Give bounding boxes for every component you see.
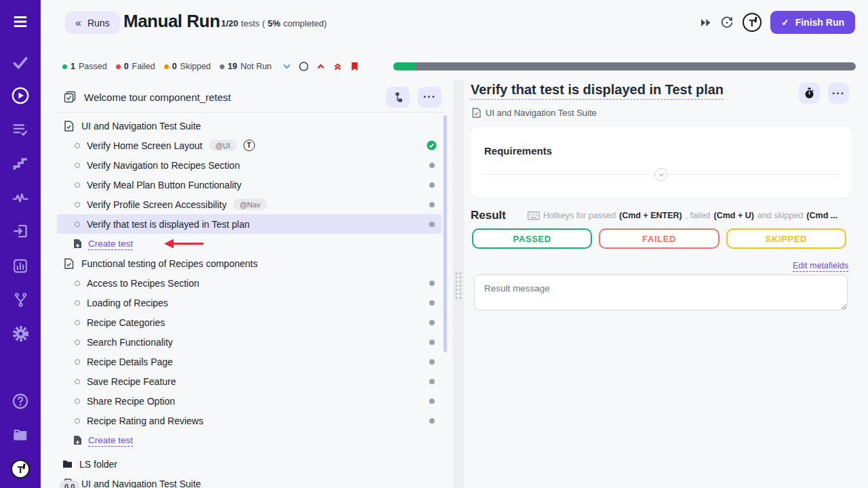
rerun-timer-icon[interactable]	[720, 16, 734, 29]
suite-row[interactable]: UI and Navigation Test Suite0.0	[57, 474, 441, 488]
completed-word: completed)	[283, 18, 327, 28]
suite-doc-icon	[64, 121, 74, 131]
suite-row[interactable]: UI and Navigation Test Suite	[57, 116, 441, 136]
tree-scrollbar[interactable]	[443, 115, 447, 352]
bookmark-filter-icon[interactable]	[348, 60, 361, 73]
test-row[interactable]: Verify Profile Screen Accessibility@Nav	[57, 195, 441, 214]
test-suite-breadcrumb[interactable]: UI and Navigation Test Suite	[486, 108, 597, 118]
tests-check-icon[interactable]	[11, 53, 30, 72]
priority-high-icon[interactable]	[314, 60, 327, 73]
drag-grip-icon	[456, 272, 462, 299]
row-label: UI and Navigation Test Suite	[81, 121, 201, 131]
stat-count: 19	[228, 62, 237, 71]
stat-label: Skipped	[180, 62, 211, 71]
skipped-button[interactable]: SKIPPED	[726, 228, 846, 249]
test-row[interactable]: Verify Navigation to Recipes Section	[57, 155, 441, 175]
steps-icon[interactable]	[11, 155, 30, 174]
test-row[interactable]: Recipe Rating and Reviews	[57, 411, 441, 430]
row-label: Verify Meal Plan Button Functionality	[87, 180, 241, 190]
branches-icon[interactable]	[11, 290, 30, 309]
chevron-down-filter-icon[interactable]	[280, 60, 293, 73]
annotation-arrow-icon	[163, 238, 205, 249]
analytics-chart-icon[interactable]	[11, 256, 30, 275]
result-buttons: PASSEDFAILEDSKIPPED	[472, 228, 846, 249]
run-stat: 1Passed	[62, 62, 107, 71]
requirements-expand-button[interactable]	[655, 168, 668, 181]
failed-button[interactable]: FAILED	[599, 228, 719, 249]
test-bullet-icon	[75, 163, 80, 168]
settings-gear-icon[interactable]	[11, 324, 30, 343]
hotkeys-mid1: , failed	[686, 211, 711, 220]
tree-more-button[interactable]: ···	[418, 87, 441, 108]
test-bullet-icon	[75, 320, 80, 325]
row-label: Verify that test is displayed in Test pl…	[87, 219, 250, 230]
test-bullet-icon	[75, 300, 80, 306]
suite-row[interactable]: Functional testing of Recipes components	[57, 253, 441, 273]
menu-icon[interactable]	[11, 12, 30, 31]
help-icon[interactable]	[11, 392, 30, 411]
header-actions: T ✓ Finish Run	[701, 9, 855, 35]
test-row[interactable]: Loading of Recipes	[57, 293, 441, 312]
test-row[interactable]: Verify that test is displayed in Test pl…	[57, 214, 441, 234]
testomat-logo[interactable]: T	[11, 460, 30, 479]
row-label[interactable]: Create test	[88, 435, 133, 445]
test-bullet-icon	[75, 340, 80, 345]
sidebar: T	[0, 0, 41, 488]
projects-folder-icon[interactable]	[11, 426, 30, 445]
tree-separator	[57, 112, 444, 113]
result-message-input[interactable]	[474, 274, 848, 310]
test-title[interactable]: Verify that test is displayed in Test pl…	[471, 82, 724, 98]
test-row[interactable]: Verify Meal Plan Button Functionality	[57, 175, 441, 195]
test-row[interactable]: Recipe Details Page	[57, 352, 441, 371]
tree-header: Welcome tour component_retest ···	[57, 84, 441, 110]
folder-row[interactable]: LS folder	[57, 454, 441, 474]
fast-forward-icon[interactable]	[701, 18, 711, 27]
back-label: Runs	[87, 18, 110, 28]
run-progress-summary: 1/20 tests ( 5% completed)	[221, 18, 327, 28]
test-row[interactable]: Access to Recipes Section	[57, 273, 441, 293]
finish-run-button[interactable]: ✓ Finish Run	[770, 11, 855, 34]
timer-button[interactable]	[799, 83, 820, 104]
import-icon[interactable]	[11, 222, 30, 241]
row-label: Save Recipe Feature	[87, 376, 176, 387]
row-label[interactable]: Create test	[88, 239, 133, 249]
row-label: UI and Navigation Test Suite	[81, 479, 201, 488]
priority-highest-icon[interactable]	[331, 60, 344, 73]
test-tree-panel: Welcome tour component_retest ··· UI and…	[57, 80, 441, 488]
status-not-run-dot	[429, 359, 435, 365]
test-plans-icon[interactable]	[11, 120, 30, 139]
row-label: Search Functionality	[87, 337, 173, 348]
testomat-logo-icon[interactable]: T	[743, 13, 762, 32]
hotkeys-prefix: Hotkeys for passed	[543, 211, 616, 220]
run-stat: 0Failed	[116, 62, 155, 71]
stat-count: 0	[124, 62, 129, 71]
passed-button[interactable]: PASSED	[472, 228, 592, 249]
create-row: Create test	[57, 430, 441, 450]
edit-metafields-link[interactable]: Edit metafields	[793, 261, 848, 270]
test-row[interactable]: Share Recipe Option	[57, 391, 441, 411]
testomat-badge-icon: T	[243, 140, 255, 151]
back-to-runs-button[interactable]: « Runs	[65, 12, 120, 34]
test-row[interactable]: Save Recipe Feature	[57, 371, 441, 391]
create-test-icon	[73, 435, 82, 445]
stat-label: Passed	[79, 62, 107, 71]
test-row[interactable]: Recipe Categories	[57, 312, 441, 332]
status-filter-icon[interactable]	[297, 60, 310, 73]
status-not-run-dot	[429, 320, 435, 325]
test-row[interactable]: Search Functionality	[57, 332, 441, 352]
status-not-run-dot	[429, 202, 435, 207]
test-row[interactable]: Verify Home Screen Layout@UIT	[57, 136, 441, 155]
tag-badge: @Nav	[233, 199, 267, 210]
row-label: Verify Profile Screen Accessibility	[87, 199, 226, 210]
runs-play-icon[interactable]	[11, 86, 30, 105]
panel-resizer[interactable]	[453, 80, 464, 488]
test-bullet-icon	[75, 143, 80, 148]
completed-pct: 5%	[268, 18, 281, 28]
detail-more-button[interactable]: ···	[828, 83, 849, 104]
finish-run-label: Finish Run	[795, 17, 844, 28]
suite-doc-icon	[64, 258, 74, 269]
row-label: Recipe Categories	[87, 317, 165, 328]
test-bullet-icon	[75, 418, 80, 424]
tree-view-button[interactable]	[386, 87, 410, 108]
activity-pulse-icon[interactable]	[11, 188, 30, 207]
